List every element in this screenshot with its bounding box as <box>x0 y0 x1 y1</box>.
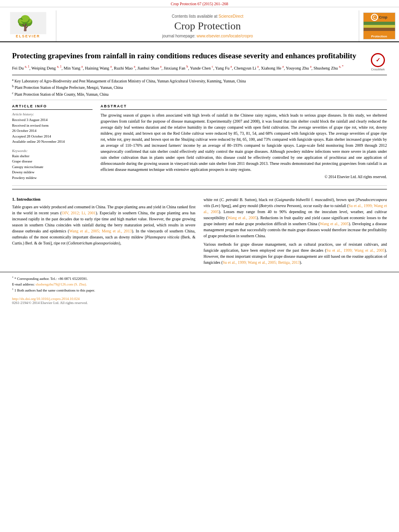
crossmark-logo[interactable]: ✓ CrossMark <box>369 53 387 71</box>
stripe-brown <box>364 28 395 31</box>
keyword-3: Downy mildew <box>12 170 93 175</box>
svg-text:🌳: 🌳 <box>16 14 34 32</box>
article-title-text: Protecting grapevines from rainfall in r… <box>12 51 365 72</box>
section-title: Introduction <box>16 197 41 201</box>
main-col-right: white rot (C. petrakii B. Sutton), black… <box>204 197 387 268</box>
affiliations: a Key Laboratory of Agro-Biodiversity an… <box>12 75 387 100</box>
article-info-label: ARTICLE INFO <box>12 104 93 110</box>
footer-sup-1: 1 <box>12 288 14 291</box>
article-info-abstract-row: ARTICLE INFO Article history: Received 3… <box>12 100 387 186</box>
sup-a-star: a, * <box>339 65 344 68</box>
homepage-prefix: journal homepage: <box>162 34 195 38</box>
crop-logo-bottom-text: Protection <box>371 35 387 38</box>
affil-sup-b: b <box>12 84 14 88</box>
affil-sup-a: a <box>12 78 14 82</box>
ref-su-1999[interactable]: Su et al., 1999; Wang et al., 2005 <box>204 203 387 214</box>
keyword-1: Grape disease <box>12 159 93 164</box>
sup-a2: a, 1 <box>57 65 62 68</box>
footer-contribution-text: 1 Both authors had the same contribution… <box>14 288 95 292</box>
crop-stripes <box>364 22 395 34</box>
crop-logo-top-text: Crop <box>379 15 387 19</box>
keyword-0: Rain shelter <box>12 154 93 159</box>
ref-wang-2005[interactable]: Wang et al., 2005; Meng et al., 2013 <box>69 229 132 233</box>
sciencedirect-line: Contents lists available at ScienceDirec… <box>172 14 243 18</box>
svg-text:C: C <box>373 15 376 20</box>
keyword-4: Powdery mildew <box>12 175 93 181</box>
journal-header: 🌳 ELSEVIER Contents lists available at S… <box>0 7 399 42</box>
elsevier-brand-text: ELSEVIER <box>16 34 40 38</box>
homepage-line: journal homepage: www.elsevier.com/locat… <box>162 34 253 38</box>
crossmark-text: CrossMark <box>371 68 385 71</box>
footer: * * Corresponding author. Tel.: +86 0871… <box>0 272 399 308</box>
ref-oiv-2012[interactable]: OIV, 2012; Li, 2001 <box>62 211 96 215</box>
stripe-yellow <box>364 25 395 28</box>
sup-c: c <box>212 65 214 68</box>
footer-email-label: E-mail address: <box>12 282 35 286</box>
crop-logo-top: C Crop <box>364 13 395 22</box>
journal-ref-text: Crop Protection 67 (2015) 261–268 <box>171 2 228 6</box>
journal-center-info: Contents lists available at ScienceDirec… <box>56 10 359 41</box>
keywords-section: Keywords: Rain shelter Grape disease Can… <box>12 149 93 181</box>
journal-logo-right: C Crop Protection <box>359 10 399 41</box>
article-body: Protecting grapevines from rainfall in r… <box>0 42 399 272</box>
elsevier-logo: 🌳 ELSEVIER <box>0 10 56 41</box>
footer-contribution: 1 1 Both authors had the same contributi… <box>12 287 387 294</box>
affiliation-b: b Plant Protection Station of Honghe Pre… <box>12 84 387 90</box>
sup-a7: a <box>230 65 232 68</box>
sup-a4: a <box>110 65 112 68</box>
footer-sup-star: * <box>12 276 14 279</box>
footer-corresponding-text: * Corresponding author. Tel.: +86 0871 6… <box>14 277 88 281</box>
ref-su-1999-b[interactable]: Su et al., 1999; Wang et al., 2005 <box>326 248 385 253</box>
sup-a10: a <box>310 65 312 68</box>
section-divider <box>12 189 387 189</box>
ref-su-1999-c[interactable]: Su et al., 1999; Wang et al., 2005; Bett… <box>223 260 300 265</box>
footer-issn: 0261-2194/© 2014 Elsevier Ltd. All right… <box>12 301 387 305</box>
sup-b: b <box>186 65 188 68</box>
article-title-section: Protecting grapevines from rainfall in r… <box>12 46 387 75</box>
footer-doi-line: http://dx.doi.org/10.1016/j.cropro.2014.… <box>12 296 387 301</box>
sup-a1: a, 1 <box>25 65 30 68</box>
affil-text-b: Plant Protection Station of Honghe Prefe… <box>14 86 123 90</box>
affiliation-c: c Plant Protection Station of Mile Count… <box>12 91 387 97</box>
stripe-green <box>364 22 395 25</box>
section-1-heading: 1. Introduction <box>12 197 195 201</box>
ref-wang-2005-c[interactable]: Wang et al., 2005 <box>320 222 349 226</box>
history-revised-label: Received in revised form <box>12 123 93 129</box>
keyword-2: Canopy microclimate <box>12 164 93 170</box>
sciencedirect-prefix: Contents lists available at <box>172 14 217 18</box>
authors-line: Fei Du a, 1, Weiping Deng a, 1, Min Yang… <box>12 64 365 72</box>
footer-email[interactable]: slushengzhu79@126.com (S. Zhu). <box>35 282 87 286</box>
main-col-left: 1. Introduction Table grapes are widely … <box>12 197 195 268</box>
history-received: Received 3 August 2014 <box>12 117 93 123</box>
homepage-url[interactable]: www.elsevier.com/locate/cropro <box>197 34 253 38</box>
article-info-col: ARTICLE INFO Article history: Received 3… <box>12 104 93 181</box>
sup-a8: a <box>257 65 259 68</box>
history-revised-date: 26 October 2014 <box>12 128 93 134</box>
sciencedirect-text: ScienceDirect <box>218 14 243 18</box>
crop-logo-icon: C <box>371 14 378 21</box>
article-history-label: Article history: <box>12 112 93 116</box>
sup-a3: a <box>81 65 83 68</box>
sup-a5: a <box>134 65 136 68</box>
abstract-paragraph-1: The growing season of grapes is often as… <box>101 112 387 173</box>
abstract-text: The growing season of grapes is often as… <box>101 112 387 180</box>
intro-paragraph-1: Table grapes are widely produced and con… <box>12 204 195 246</box>
intro-paragraph-2: white rot (C. petrakii B. Sutton), black… <box>204 197 387 239</box>
affiliation-a: a Key Laboratory of Agro-Biodiversity an… <box>12 78 387 84</box>
elsevier-logo-img: 🌳 <box>10 12 46 34</box>
footer-corresponding: * * Corresponding author. Tel.: +86 0871… <box>12 275 387 282</box>
abstract-col: ABSTRACT The growing season of grapes is… <box>101 104 387 181</box>
affil-sup-c: c <box>12 91 14 95</box>
sup-a6: a <box>160 65 162 68</box>
ref-wang-2005-b[interactable]: Wang et al., 2005 <box>228 216 257 220</box>
sup-a9: a <box>282 65 284 68</box>
stripe-orange <box>364 31 395 34</box>
section-number: 1. <box>12 197 15 201</box>
keywords-label: Keywords: <box>12 149 93 153</box>
article-title: Protecting grapevines from rainfall in r… <box>12 51 365 61</box>
affil-text-c: Plant Protection Station of Mile County,… <box>14 92 109 97</box>
crossmark-circle: ✓ <box>371 53 385 67</box>
copyright-line: © 2014 Elsevier Ltd. All rights reserved… <box>101 174 387 180</box>
abstract-label: ABSTRACT <box>101 104 387 110</box>
footer-doi[interactable]: http://dx.doi.org/10.1016/j.cropro.2014.… <box>12 297 80 301</box>
